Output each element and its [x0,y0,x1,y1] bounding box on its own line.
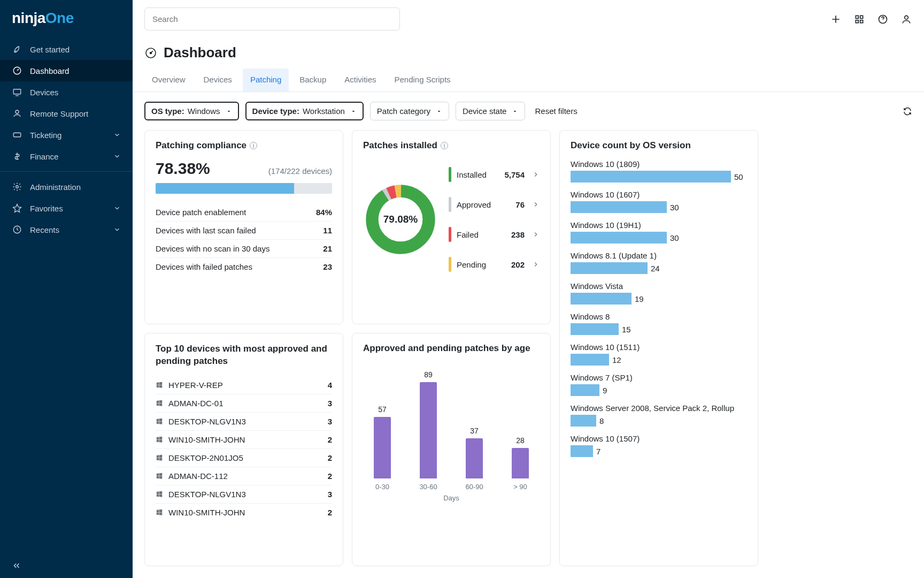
compliance-bar-fill [156,183,294,194]
chart-bar-column: 28 > 90 [507,436,533,491]
sidebar-item-devices[interactable]: Devices [0,81,133,103]
add-button[interactable] [830,13,842,25]
tab-pending-scripts[interactable]: Pending Scripts [387,69,458,92]
os-version-row[interactable]: Windows Server 2008, Service Pack 2, Rol… [571,404,747,427]
search-input[interactable] [144,7,400,31]
svg-rect-5 [856,16,858,18]
compliance-pct-row: 78.38% (174/222 devices) [156,159,332,178]
device-count: 3 [328,399,332,408]
legend-value: 5,754 [504,170,525,179]
help-icon[interactable] [877,13,889,25]
bar-rect [512,448,529,478]
legend-label: Pending [457,260,506,269]
hbar-rect [571,323,619,335]
filter-label: Device type: [252,107,299,116]
sidebar-item-dashboard[interactable]: Dashboard [0,60,133,81]
filter-os-type[interactable]: OS type: Windows [144,102,239,120]
bar-value: 28 [516,436,525,445]
compliance-stats: Device patch enablement84%Devices with l… [156,203,332,276]
filter-device-state[interactable]: Device state [456,102,526,120]
sidebar-item-administration[interactable]: Administration [0,176,133,197]
os-version-row[interactable]: Windows 10 (1607) 30 [571,190,747,213]
ticket-icon [12,130,22,140]
os-version-row[interactable]: Windows 7 (SP1) 9 [571,373,747,396]
sidebar-item-favorites[interactable]: Favorites [0,197,133,219]
os-version-row[interactable]: Windows 10 (1507) 7 [571,434,747,457]
apps-icon[interactable] [853,13,865,25]
svg-point-10 [905,16,908,19]
donut-legend: Installed 5,754 Approved 76 Failed 238 P… [449,159,540,279]
history-icon [12,224,22,235]
os-version-row[interactable]: Windows 10 (1809) 50 [571,159,747,182]
sidebar-collapse-button[interactable] [0,553,133,578]
filter-device-type[interactable]: Device type: Workstation [245,102,364,120]
sidebar-item-label: Remote Support [30,109,88,118]
legend-color-bar [449,197,451,212]
legend-row[interactable]: Failed 238 [449,219,540,249]
device-row[interactable]: ADMAN-DC-01 3 [156,394,332,413]
device-row[interactable]: DESKTOP-NLGV1N3 3 [156,413,332,431]
bar-category: 60-90 [465,483,483,491]
card-title-text: Approved and pending patches by age [363,343,530,354]
device-row[interactable]: WIN10-SMITH-JOHN 2 [156,504,332,521]
device-row[interactable]: DESKTOP-NLGV1N3 3 [156,485,332,504]
sidebar-item-get-started[interactable]: Get started [0,39,133,60]
os-version-row[interactable]: Windows 10 (19H1) 30 [571,220,747,244]
os-version-row[interactable]: Windows Vista 19 [571,282,747,305]
tab-devices[interactable]: Devices [196,69,240,92]
device-name: WIN10-SMITH-JOHN [168,508,322,517]
user-icon[interactable] [900,13,912,25]
device-row[interactable]: WIN10-SMITH-JOHN 2 [156,431,332,449]
info-icon[interactable]: i [250,142,257,149]
hbar-value: 19 [635,294,644,303]
info-icon[interactable]: i [441,142,448,149]
tab-overview[interactable]: Overview [144,69,193,92]
device-row[interactable]: DESKTOP-2N01JO5 2 [156,449,332,467]
tab-activities[interactable]: Activities [337,69,383,92]
card-title: Patches installed i [363,140,540,151]
sidebar-item-finance[interactable]: Finance [0,146,133,167]
device-row[interactable]: HYPER-V-REP 4 [156,376,332,394]
os-label: Windows 7 (SP1) [571,373,747,382]
chart-x-label: Days [363,494,540,502]
tab-patching[interactable]: Patching [243,69,289,92]
card-os-version: Device count by OS version Windows 10 (1… [559,130,758,566]
device-count: 2 [328,453,332,462]
svg-point-4 [16,186,19,188]
legend-row[interactable]: Approved 76 [449,189,540,219]
sidebar-item-ticketing[interactable]: Ticketing [0,124,133,146]
os-version-row[interactable]: Windows 8.1 (Update 1) 24 [571,251,747,274]
sidebar-item-recents[interactable]: Recents [0,219,133,240]
os-version-list: Windows 10 (1809) 50Windows 10 (1607) 30… [571,159,747,457]
device-row[interactable]: ADMAN-DC-112 2 [156,467,332,485]
bar-category: 30-60 [419,483,437,491]
hbar-rect [571,384,599,396]
legend-color-bar [449,257,451,272]
legend-value: 238 [511,230,525,239]
sidebar-item-remote-support[interactable]: Remote Support [0,103,133,124]
tab-backup[interactable]: Backup [292,69,334,92]
hbar-rect [571,171,731,182]
device-name: DESKTOP-NLGV1N3 [168,490,322,499]
sidebar-item-label: Favorites [30,204,63,213]
filter-label: OS type: [151,107,184,116]
compliance-stat-row: Devices with last scan failed11 [156,221,332,239]
brand-part2: One [45,10,74,26]
os-version-row[interactable]: Windows 10 (1511) 12 [571,343,747,366]
top-actions [830,13,912,25]
legend-label: Approved [457,200,510,209]
refresh-icon[interactable] [903,107,912,116]
caret-down-icon [350,108,357,115]
filter-patch-category[interactable]: Patch category [370,102,449,120]
caret-down-icon [436,108,442,115]
card-title: Device count by OS version [571,140,747,151]
age-bar-chart: 57 0-3089 30-6037 60-9028 > 90 [363,362,540,491]
sidebar-item-label: Recents [30,225,59,234]
reset-filters-button[interactable]: Reset filters [532,102,580,120]
legend-row[interactable]: Installed 5,754 [449,159,540,189]
legend-row[interactable]: Pending 202 [449,249,540,279]
os-version-row[interactable]: Windows 8 15 [571,312,747,335]
donut-center-pct: 79.08% [363,182,438,257]
gauge-icon [12,65,22,76]
main-content: Dashboard Overview Devices Patching Back… [133,0,924,578]
